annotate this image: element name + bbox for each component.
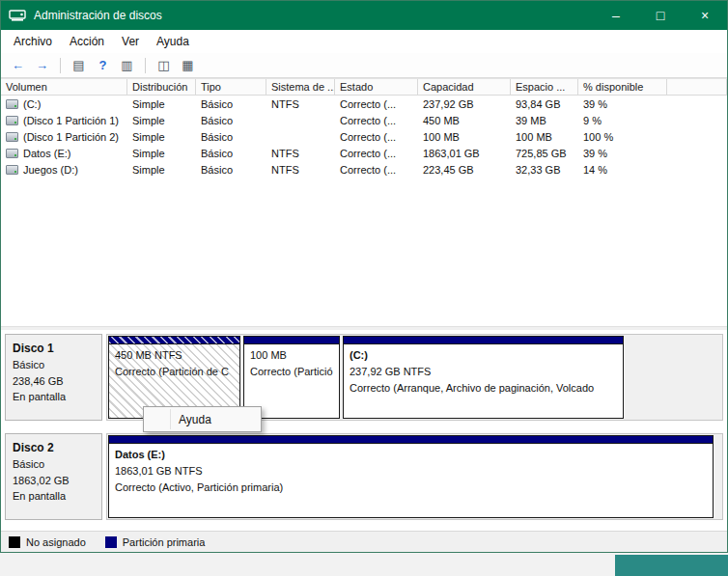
cell-volume: (Disco 1 Partición 1): [23, 115, 119, 126]
cell-layout: Simple: [127, 115, 196, 126]
close-button[interactable]: ×: [683, 1, 727, 30]
cell-layout: Simple: [127, 98, 196, 110]
cell-capacity: 100 MB: [418, 131, 511, 143]
panel-view-icon[interactable]: ▥: [116, 55, 138, 75]
toolbar-separator: [60, 58, 61, 73]
cell-status: Correcto (...: [335, 131, 418, 143]
titlebar: Administración de discos – □ ×: [1, 1, 727, 30]
table-row[interactable]: Juegos (D:) Simple Básico NTFS Correcto …: [1, 161, 727, 178]
action-pane-icon[interactable]: ◫: [153, 55, 175, 75]
cell-free: 39 MB: [511, 115, 578, 126]
cell-volume: (C:): [23, 98, 41, 110]
disk-size: 238,46 GB: [13, 373, 95, 390]
legend-unallocated-label: No asignado: [26, 536, 86, 548]
legend-primary-label: Partición primaria: [123, 536, 206, 548]
disk-status: En pantalla: [13, 389, 95, 405]
column-header-capacidad[interactable]: Capacidad: [418, 79, 511, 95]
table-row[interactable]: (Disco 1 Partición 2) Simple Básico Corr…: [1, 128, 727, 145]
disk1-row: Disco 1 Básico 238,46 GB En pantalla 450…: [5, 334, 723, 421]
cell-capacity: 223,45 GB: [418, 164, 511, 176]
column-header-volumen[interactable]: Volumen: [1, 79, 127, 95]
menu-archivo[interactable]: Archivo: [5, 31, 61, 52]
disk-type: Básico: [13, 456, 95, 473]
disk2-partition-canvas: Datos (E:) 1863,01 GB NTFS Correcto (Act…: [106, 433, 723, 520]
drive-icon: [6, 116, 18, 125]
cell-type: Básico: [196, 98, 266, 110]
cell-layout: Simple: [127, 148, 196, 159]
back-icon[interactable]: ←: [7, 55, 29, 75]
cell-status: Correcto (...: [335, 164, 418, 176]
cell-free: 100 MB: [511, 131, 578, 143]
toolbar: ← → ▤ ? ▥ ◫ ▦: [1, 53, 727, 78]
cell-free: 93,84 GB: [511, 98, 578, 110]
table-row[interactable]: Datos (E:) Simple Básico NTFS Correcto (…: [1, 145, 727, 161]
partition-color-bar: [244, 337, 339, 344]
menu-ayuda[interactable]: Ayuda: [148, 31, 198, 52]
cell-pct: 14 %: [578, 164, 667, 176]
cell-type: Básico: [196, 164, 266, 176]
partition-status: Correcto (Arranque, Archivo de paginació…: [350, 380, 617, 397]
minimize-button[interactable]: –: [594, 1, 638, 30]
column-header-disponible[interactable]: % disponible: [578, 79, 667, 95]
table-row[interactable]: (C:) Simple Básico NTFS Correcto (... 23…: [1, 96, 727, 112]
window-controls: – □ ×: [594, 1, 727, 30]
toolbar-separator: [145, 58, 146, 73]
cell-pct: 100 %: [578, 131, 667, 143]
disk-name: Disco 2: [13, 439, 95, 456]
column-header-sistema[interactable]: Sistema de ...: [266, 79, 335, 95]
console-tree-icon[interactable]: ▤: [68, 55, 90, 75]
cell-free: 32,33 GB: [511, 164, 578, 176]
cell-free: 725,85 GB: [511, 148, 578, 159]
cell-fs: NTFS: [266, 148, 335, 159]
forward-icon[interactable]: →: [31, 55, 53, 75]
views-icon[interactable]: ▦: [177, 55, 199, 75]
partition-status: Correcto (Partición de C: [115, 364, 234, 380]
cell-layout: Simple: [127, 131, 196, 143]
menu-accion[interactable]: Acción: [61, 31, 113, 52]
menu-ver[interactable]: Ver: [113, 31, 148, 52]
cell-pct: 9 %: [578, 115, 667, 126]
app-icon: [9, 9, 26, 22]
drive-icon: [6, 132, 18, 142]
cell-capacity: 237,92 GB: [418, 98, 511, 110]
column-header-distribucion[interactable]: Distribución: [127, 79, 196, 95]
cell-layout: Simple: [127, 164, 196, 176]
disk-management-window: Administración de discos – □ × Archivo A…: [0, 0, 728, 553]
background-window-fragment: [615, 555, 728, 576]
partition-size: 237,92 GB NTFS: [350, 364, 617, 380]
volume-list: Volumen Distribución Tipo Sistema de ...…: [1, 78, 727, 326]
table-row[interactable]: (Disco 1 Partición 1) Simple Básico Corr…: [1, 112, 727, 128]
graphical-view: Disco 1 Básico 238,46 GB En pantalla 450…: [1, 330, 727, 531]
cell-volume: Datos (E:): [23, 148, 71, 159]
partition-status: Correcto (Activo, Partición primaria): [115, 480, 707, 496]
column-header-espacio[interactable]: Espacio ...: [511, 79, 578, 95]
partition-disk1-c[interactable]: (C:) 237,92 GB NTFS Correcto (Arranque, …: [343, 336, 624, 419]
cell-status: Correcto (...: [335, 148, 418, 159]
column-header-tipo[interactable]: Tipo: [196, 79, 266, 95]
partition-label: Datos (E:): [115, 447, 707, 463]
partition-status: Correcto (Partició: [250, 364, 333, 380]
disk-size: 1863,02 GB: [13, 473, 95, 489]
disk-type: Básico: [13, 357, 95, 373]
disk1-info-panel[interactable]: Disco 1 Básico 238,46 GB En pantalla: [5, 334, 102, 421]
column-header-estado[interactable]: Estado: [335, 79, 418, 95]
maximize-button[interactable]: □: [638, 1, 683, 30]
legend-unallocated-swatch: [9, 536, 20, 548]
cell-volume: (Disco 1 Partición 2): [23, 131, 119, 143]
menubar: Archivo Acción Ver Ayuda: [1, 30, 727, 53]
cell-type: Básico: [196, 115, 266, 126]
cell-capacity: 1863,01 GB: [418, 148, 511, 159]
cell-status: Correcto (...: [335, 98, 418, 110]
volume-list-body: (C:) Simple Básico NTFS Correcto (... 23…: [1, 96, 727, 326]
cell-type: Básico: [196, 148, 266, 159]
disk2-info-panel[interactable]: Disco 2 Básico 1863,02 GB En pantalla: [5, 433, 102, 520]
disk2-row: Disco 2 Básico 1863,02 GB En pantalla Da…: [5, 433, 723, 520]
context-menu-item-ayuda[interactable]: Ayuda: [144, 409, 261, 429]
partition-disk2-e[interactable]: Datos (E:) 1863,01 GB NTFS Correcto (Act…: [108, 435, 714, 518]
partition-color-bar: [109, 436, 713, 444]
help-icon[interactable]: ?: [92, 55, 114, 75]
legend-primary-swatch: [105, 536, 117, 548]
drive-icon: [6, 149, 18, 158]
volume-list-header: Volumen Distribución Tipo Sistema de ...…: [1, 78, 727, 96]
partition-color-bar: [109, 337, 239, 344]
